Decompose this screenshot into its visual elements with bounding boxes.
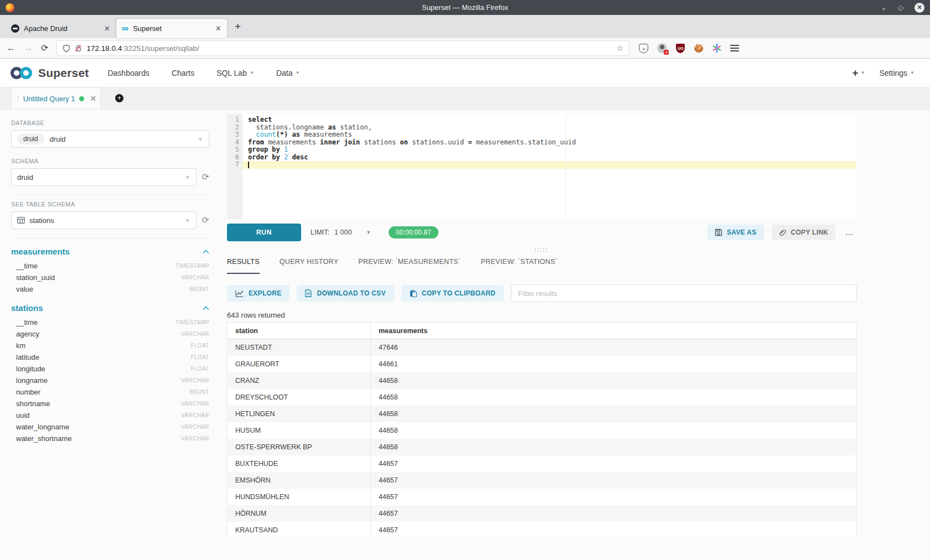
copy-to-clipboard-button[interactable]: COPY TO CLIPBOARD [401, 285, 504, 302]
query-tab-close-icon[interactable]: ✕ [90, 94, 97, 103]
cell-measurements: 44658 [371, 422, 856, 439]
nav-item-sql-lab[interactable]: SQL Lab▼ [216, 69, 254, 77]
table-select[interactable]: stations ▼ [11, 211, 197, 229]
rows-returned-text: 643 rows returned [227, 311, 285, 319]
column-header-measurements[interactable]: measurements [371, 323, 856, 339]
tab-close-icon[interactable]: ✕ [215, 24, 221, 33]
browser-tab-superset[interactable]: ∞ Superset ✕ [116, 19, 227, 38]
results-tab-preview-stations[interactable]: PREVIEW: `STATIONS` [480, 258, 557, 274]
results-tab-preview-measurements[interactable]: PREVIEW: `MEASUREMENTS` [358, 258, 461, 274]
table-value: stations [29, 216, 54, 225]
url-bar[interactable]: 172.18.0.4:32251/superset/sqllab/ ☆ [56, 40, 629, 56]
schema-select[interactable]: druid ▼ [11, 168, 197, 186]
caret-down-icon: ▼ [295, 70, 299, 75]
settings-menu[interactable]: Settings▼ [879, 69, 914, 77]
cell-station: KRAUTSAND [228, 522, 371, 536]
more-options-button[interactable]: ... [843, 228, 856, 237]
filter-results-input[interactable] [511, 284, 857, 302]
schema-label: SCHEMA [11, 158, 209, 164]
refresh-schemas-icon[interactable]: ⟳ [202, 173, 209, 182]
tab-close-icon[interactable]: ✕ [104, 24, 110, 33]
explore-button[interactable]: EXPLORE [227, 285, 290, 302]
account-extension-icon[interactable] [657, 43, 667, 53]
download-csv-button[interactable]: DOWNLOAD TO CSV [297, 285, 394, 302]
query-tab-untitled-query-1[interactable]: ⁞ Untitled Query 1 ✕ [11, 87, 101, 109]
refresh-tables-icon[interactable]: ⟳ [202, 216, 209, 225]
nav-item-data[interactable]: Data▼ [276, 69, 300, 77]
collapse-chevron-icon[interactable] [203, 246, 209, 256]
code-line[interactable]: stations.longname as station, [242, 124, 856, 132]
cell-station: DREYSCHLOOT [228, 389, 371, 406]
database-tag: druid [17, 133, 44, 144]
superset-logo[interactable]: Superset [9, 65, 89, 81]
column-type: BIGINT [189, 286, 209, 292]
schema-column-row: valueBIGINT [11, 283, 209, 295]
code-line[interactable]: from measurements inner join stations on… [242, 139, 856, 147]
column-type: VARCHAR [181, 401, 209, 407]
druid-favicon-icon [11, 24, 19, 33]
brand-name: Superset [38, 66, 89, 80]
sql-editor[interactable]: 1234567 select stations.longname as stat… [227, 114, 856, 219]
column-name: water_longname [16, 423, 69, 431]
results-table-body: NEUSTADT47646GRAUERORT44661CRANZ44658DRE… [228, 339, 856, 536]
cell-measurements: 44657 [371, 505, 856, 522]
schema-column-row: numberBIGINT [11, 386, 209, 398]
bookmark-star-icon[interactable]: ☆ [617, 44, 624, 53]
column-name: __time [16, 262, 38, 270]
pocket-icon[interactable]: ⌄ [639, 44, 648, 53]
column-header-station[interactable]: station [228, 323, 371, 339]
forward-icon[interactable]: → [24, 44, 33, 53]
gutter-line-number: 6 [227, 154, 239, 162]
close-icon[interactable]: ✕ [914, 3, 924, 13]
pane-resizer[interactable] [227, 248, 856, 252]
database-select[interactable]: druid druid ▼ [11, 130, 209, 148]
drag-handle-icon[interactable]: ⁞ [17, 95, 19, 103]
code-line[interactable]: group by 1 [242, 146, 856, 154]
results-table-header: station measurements [228, 323, 856, 339]
editor-code[interactable]: select stations.longname as station, cou… [242, 114, 856, 219]
code-line[interactable]: count(*) as measurements [242, 131, 856, 139]
gutter-line-number: 1 [227, 116, 239, 124]
cell-measurements: 44657 [371, 472, 856, 489]
table-row: HUNDSMÜHLEN44657 [228, 489, 856, 505]
browser-toolbar: ← → ⟳ 172.18.0.4:32251/superset/sqllab/ … [0, 38, 930, 59]
code-line[interactable]: select [242, 116, 856, 124]
results-tab-results[interactable]: RESULTS [227, 258, 260, 274]
reload-icon[interactable]: ⟳ [41, 44, 48, 53]
new-tab-button[interactable]: + [227, 20, 249, 33]
schema-table-name: stations [11, 303, 43, 313]
ublock-origin-icon[interactable]: UO [676, 44, 685, 53]
limit-dropdown-icon[interactable]: ▼ [366, 230, 371, 235]
asterisk-extension-icon[interactable] [712, 44, 721, 53]
limit-value: 1 000 [334, 229, 352, 236]
tracking-shield-icon[interactable] [63, 44, 70, 53]
copy-link-button[interactable]: COPY LINK [772, 225, 836, 240]
add-query-tab-button[interactable]: + [115, 94, 123, 102]
collapse-chevron-icon[interactable] [203, 303, 209, 313]
maximize-icon[interactable]: ◇ [898, 4, 903, 11]
schema-table-header-stations: stations [11, 303, 209, 313]
insecure-lock-icon[interactable] [75, 44, 82, 52]
browser-tab-apache-druid[interactable]: Apache Druid ✕ [6, 19, 116, 38]
gutter-line-number: 2 [227, 124, 239, 132]
cell-station: HETLINGEN [228, 406, 371, 422]
nav-item-charts[interactable]: Charts [172, 69, 194, 77]
column-name: uuid [16, 411, 30, 419]
results-tab-query-history[interactable]: QUERY HISTORY [280, 258, 338, 274]
nav-item-dashboards[interactable]: Dashboards [107, 69, 149, 77]
schema-column-row: shortnameVARCHAR [11, 398, 209, 409]
column-type: BIGINT [189, 389, 209, 395]
cookie-extension-icon[interactable]: 🍪 [694, 44, 703, 52]
add-new-button[interactable]: +▼ [852, 67, 865, 79]
menu-icon[interactable] [730, 45, 739, 51]
results-table: station measurements NEUSTADT47646GRAUER… [227, 322, 857, 536]
schema-table-name: measurements [11, 247, 70, 256]
code-line[interactable]: order by 2 desc [242, 154, 856, 162]
minimize-icon[interactable]: ⌄ [881, 4, 887, 11]
column-name: station_uuid [16, 273, 55, 282]
run-button[interactable]: RUN [227, 224, 301, 241]
schema-column-row: uuidVARCHAR [11, 409, 209, 421]
back-icon[interactable]: ← [7, 44, 16, 53]
save-as-button[interactable]: SAVE AS [707, 225, 763, 240]
code-line[interactable] [242, 161, 856, 169]
